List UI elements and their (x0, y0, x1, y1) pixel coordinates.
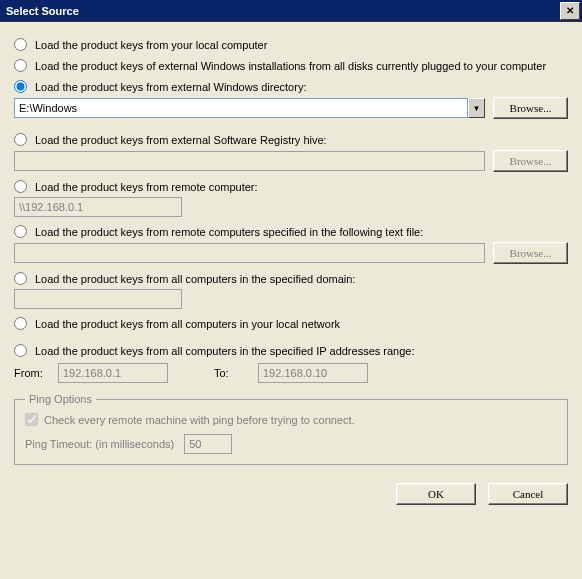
ping-timeout-label: Ping Timeout: (in milliseconds) (25, 438, 174, 450)
remote-file-browse-button: Browse... (493, 242, 568, 264)
ip-to-input (258, 363, 368, 383)
label-domain[interactable]: Load the product keys from all computers… (35, 273, 355, 285)
remote-host-input (14, 197, 182, 217)
radio-domain[interactable] (14, 272, 27, 285)
label-ip-from: From: (14, 367, 50, 379)
registry-hive-browse-button: Browse... (493, 150, 568, 172)
label-registry-hive[interactable]: Load the product keys from external Soft… (35, 134, 327, 146)
close-button[interactable]: ✕ (560, 2, 580, 20)
label-remote-file[interactable]: Load the product keys from remote comput… (35, 226, 423, 238)
window-title: Select Source (6, 5, 79, 17)
ping-check-label: Check every remote machine with ping bef… (44, 414, 355, 426)
external-dir-dropdown-button[interactable]: ▼ (468, 98, 485, 118)
radio-local[interactable] (14, 38, 27, 51)
radio-external-dir[interactable] (14, 80, 27, 93)
close-icon: ✕ (566, 5, 574, 16)
ping-timeout-input (184, 434, 232, 454)
radio-remote-file[interactable] (14, 225, 27, 238)
external-dir-combo-wrap: ▼ (14, 98, 485, 118)
label-external-dir[interactable]: Load the product keys from external Wind… (35, 81, 306, 93)
radio-remote[interactable] (14, 180, 27, 193)
ping-check-checkbox (25, 413, 38, 426)
label-local-network[interactable]: Load the product keys from all computers… (35, 318, 340, 330)
label-remote[interactable]: Load the product keys from remote comput… (35, 181, 258, 193)
titlebar: Select Source ✕ (0, 0, 582, 22)
radio-ip-range[interactable] (14, 344, 27, 357)
external-dir-input[interactable] (14, 98, 468, 118)
ok-button[interactable]: OK (396, 483, 476, 505)
radio-registry-hive[interactable] (14, 133, 27, 146)
remote-file-input (14, 243, 485, 263)
domain-input (14, 289, 182, 309)
registry-hive-input (14, 151, 485, 171)
chevron-down-icon: ▼ (473, 104, 481, 113)
radio-all-disks[interactable] (14, 59, 27, 72)
radio-local-network[interactable] (14, 317, 27, 330)
label-ip-range[interactable]: Load the product keys from all computers… (35, 345, 415, 357)
dialog-body: Load the product keys from your local co… (0, 22, 582, 513)
label-ip-to: To: (214, 367, 250, 379)
ip-from-input (58, 363, 168, 383)
label-local[interactable]: Load the product keys from your local co… (35, 39, 267, 51)
dialog-footer: OK Cancel (14, 483, 568, 505)
cancel-button[interactable]: Cancel (488, 483, 568, 505)
ping-options-legend: Ping Options (25, 393, 96, 405)
ping-options-group: Ping Options Check every remote machine … (14, 393, 568, 465)
external-dir-browse-button[interactable]: Browse... (493, 97, 568, 119)
label-all-disks[interactable]: Load the product keys of external Window… (35, 60, 546, 72)
